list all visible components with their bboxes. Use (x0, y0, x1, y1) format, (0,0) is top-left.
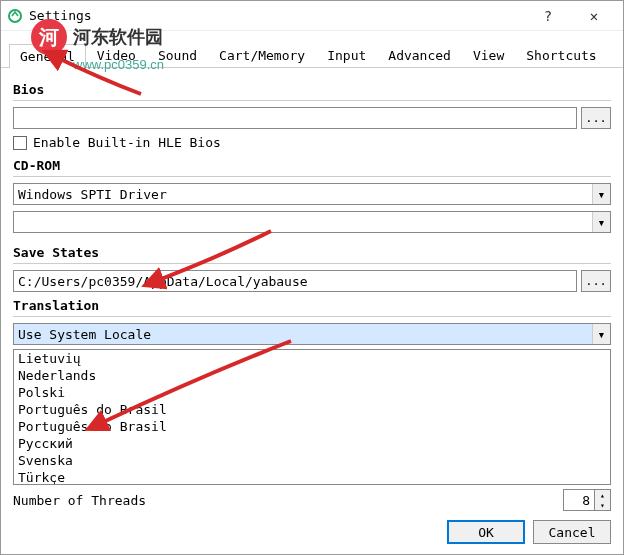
cancel-button[interactable]: Cancel (533, 520, 611, 544)
bios-browse-button[interactable]: ... (581, 107, 611, 129)
translation-selected-value: Use System Locale (18, 327, 151, 342)
list-item[interactable]: Lietuvių (14, 350, 610, 367)
dialog-buttons: OK Cancel (447, 520, 611, 544)
cdrom-label: CD-ROM (13, 158, 611, 173)
save-states-browse-button[interactable]: ... (581, 270, 611, 292)
tab-sound[interactable]: Sound (147, 43, 208, 67)
list-item[interactable]: Svenska (14, 452, 610, 469)
list-item[interactable]: Русский (14, 435, 610, 452)
cdrom-driver-dropdown[interactable]: Windows SPTI Driver ▾ (13, 183, 611, 205)
window-controls: ? ✕ (525, 1, 617, 31)
tab-general[interactable]: General (9, 44, 86, 68)
dropdown-arrow-icon: ▾ (592, 324, 610, 344)
save-states-path-input[interactable] (13, 270, 577, 292)
close-button[interactable]: ✕ (571, 1, 617, 31)
help-button[interactable]: ? (525, 1, 571, 31)
threads-input[interactable] (564, 490, 594, 510)
tab-advanced[interactable]: Advanced (377, 43, 462, 67)
tab-view[interactable]: View (462, 43, 515, 67)
list-item[interactable]: Türkçe (14, 469, 610, 485)
ok-button[interactable]: OK (447, 520, 525, 544)
titlebar: Settings ? ✕ (1, 1, 623, 31)
cdrom-device-dropdown[interactable]: ▾ (13, 211, 611, 233)
dropdown-arrow-icon: ▾ (592, 184, 610, 204)
spinner-down-icon[interactable]: ▾ (594, 500, 610, 510)
cdrom-driver-value: Windows SPTI Driver (18, 187, 167, 202)
list-item[interactable]: Nederlands (14, 367, 610, 384)
tab-shortcuts[interactable]: Shortcuts (515, 43, 607, 67)
list-item[interactable]: Polski (14, 384, 610, 401)
threads-label: Number of Threads (13, 493, 555, 508)
tab-bar: General Video Sound Cart/Memory Input Ad… (1, 43, 623, 68)
translation-dropdown[interactable]: Use System Locale ▾ (13, 323, 611, 345)
tab-video[interactable]: Video (86, 43, 147, 67)
dropdown-arrow-icon: ▾ (592, 212, 610, 232)
hle-bios-label: Enable Built-in HLE Bios (33, 135, 221, 150)
tab-input[interactable]: Input (316, 43, 377, 67)
list-item[interactable]: Português do Brasil (14, 418, 610, 435)
hle-bios-checkbox[interactable] (13, 136, 27, 150)
translation-label: Translation (13, 298, 611, 313)
bios-label: Bios (13, 82, 611, 97)
content-panel: Bios ... Enable Built-in HLE Bios CD-ROM… (1, 68, 623, 519)
settings-window: Settings ? ✕ 河 河东软件园 www.pc0359.cn Gener… (0, 0, 624, 555)
list-item[interactable]: Português do Brasil (14, 401, 610, 418)
save-states-label: Save States (13, 245, 611, 260)
window-title: Settings (29, 8, 525, 23)
threads-spinner[interactable]: ▴ ▾ (563, 489, 611, 511)
tab-cart-memory[interactable]: Cart/Memory (208, 43, 316, 67)
spinner-up-icon[interactable]: ▴ (594, 490, 610, 500)
translation-listbox[interactable]: Lietuvių Nederlands Polski Português do … (13, 349, 611, 485)
app-icon (7, 8, 23, 24)
bios-path-input[interactable] (13, 107, 577, 129)
